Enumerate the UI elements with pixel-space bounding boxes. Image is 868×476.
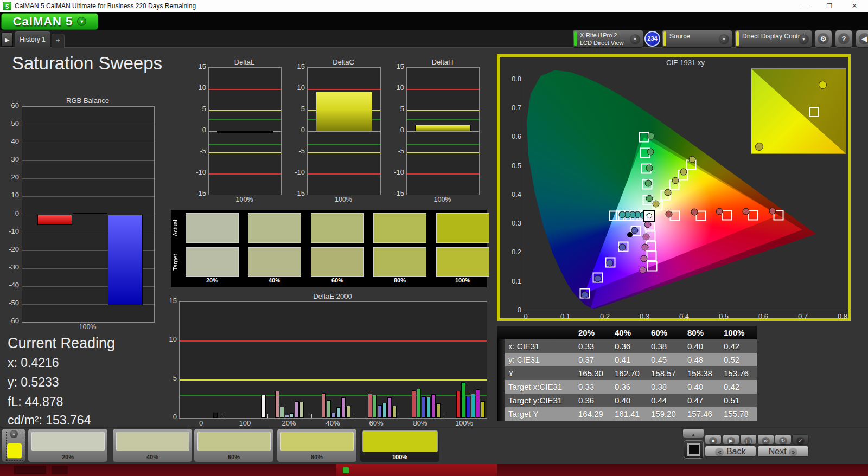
patch-swatch	[248, 247, 301, 277]
meter-status-strip	[574, 31, 577, 46]
deltae-bar	[481, 401, 485, 418]
back-button[interactable]: « Back	[705, 446, 756, 457]
meter-dropdown[interactable]: X-Rite i1Pro 2 LCD Direct View ▼	[572, 30, 643, 48]
axis-label: 60	[0, 101, 19, 110]
cie-target-square	[609, 210, 620, 221]
threshold-line	[407, 110, 479, 111]
patch-col-label: 60%	[311, 277, 364, 284]
gear-icon: ⚙	[818, 33, 829, 44]
range-read-button[interactable]: [··]	[740, 434, 757, 445]
table-cell: 0.42	[720, 380, 757, 394]
help-icon: ?	[838, 33, 850, 44]
deltae-bar	[261, 395, 266, 418]
current-reading-y: y: 0.5233	[8, 375, 59, 390]
axis-label: 10	[289, 83, 305, 92]
settings-button[interactable]: ⚙	[814, 30, 832, 48]
axis-label: 0.7	[502, 104, 521, 112]
threshold-line	[180, 340, 487, 342]
cie-target-square	[647, 261, 658, 271]
axis-label: 5	[388, 105, 404, 113]
table-cell: 158.57	[648, 366, 684, 380]
cie-measured-circle	[618, 244, 626, 251]
cie-measured-circle	[648, 133, 655, 140]
cluster-label: 60%	[354, 419, 398, 427]
axis-label: 0	[502, 306, 521, 314]
cie-black-dot	[627, 232, 633, 237]
background-window-strip	[0, 464, 868, 476]
accept-button[interactable]: ✓	[792, 434, 809, 445]
axis-label: 0.8	[832, 312, 853, 320]
inset-measured-circle	[819, 81, 827, 89]
tab-nav-arrow-button[interactable]: ▶	[1, 32, 13, 47]
threshold-line	[407, 119, 479, 120]
axis-label: 0	[289, 126, 305, 134]
zero-line	[407, 131, 479, 132]
chevron-down-icon: ▼	[719, 34, 729, 44]
axis-label: 15	[388, 62, 404, 70]
cie-target-square	[722, 210, 732, 221]
patch-select-button-80%[interactable]: 80%	[277, 428, 357, 462]
measurement-table: 20%40%60%80%100%x: CIE310.330.360.380.40…	[497, 326, 757, 421]
current-patch-indicator[interactable]: ▲	[2, 428, 25, 462]
deltac-bar	[316, 92, 373, 131]
axis-label: 0.5	[713, 312, 735, 320]
axis-label: 10	[161, 335, 177, 343]
patch-col-label: 80%	[373, 277, 426, 284]
stop-button[interactable]: ■	[705, 434, 722, 445]
current-patch-color	[7, 443, 22, 459]
table-cell: 157.46	[684, 407, 720, 421]
calman-logo-button[interactable]: CalMAN 5 ▼	[1, 13, 98, 30]
deltae-title: DeltaE 2000	[179, 292, 486, 300]
axis-label: 10	[190, 83, 206, 92]
collapse-toolbar-button[interactable]: ◀	[856, 30, 868, 48]
deltae-bar	[426, 397, 431, 418]
cie-measured-circle	[595, 275, 602, 282]
source-status-strip	[663, 31, 666, 46]
minimize-button[interactable]: —	[792, 0, 817, 12]
axis-label: 50	[0, 119, 19, 127]
axis-label: 0.6	[752, 312, 774, 320]
table-header-cell: 100%	[720, 326, 757, 339]
cluster-label: 100%	[442, 419, 486, 427]
table-header-cell: 40%	[611, 326, 648, 339]
restore-button[interactable]: ❐	[817, 0, 842, 12]
table-cell: 0.42	[720, 339, 757, 353]
axis-label: -40	[0, 281, 19, 289]
current-reading-fl: fL: 44.878	[8, 395, 63, 409]
cie-measured-circle	[680, 169, 687, 176]
arrow-up-icon: ▲	[690, 431, 698, 439]
patch-select-button-100%[interactable]: 100%	[360, 428, 440, 462]
continuous-read-button[interactable]: ∞	[757, 434, 774, 445]
play-button[interactable]: ▶	[723, 434, 739, 445]
background-app-icon	[52, 466, 68, 474]
table-cell: 0.45	[648, 353, 684, 366]
refresh-button[interactable]: ↻	[775, 434, 792, 445]
display-control-dropdown[interactable]: Direct Display Control ▼	[735, 30, 812, 48]
table-cell: Target y:CIE31	[505, 394, 575, 407]
next-button[interactable]: Next »	[757, 446, 809, 457]
patch-swatch	[373, 247, 426, 277]
cie-measured-circle	[652, 200, 659, 207]
pattern-window-button[interactable]	[684, 440, 704, 459]
help-button[interactable]: ?	[835, 30, 853, 48]
patch-swatch	[311, 247, 364, 277]
patch-select-button-40%[interactable]: 40%	[112, 428, 193, 462]
grid-line	[22, 196, 154, 197]
table-cell: 0.33	[575, 339, 611, 353]
meter-count-badge[interactable]: 234	[644, 31, 660, 47]
deltae-bar	[368, 394, 372, 418]
patch-row-label: Target	[172, 247, 181, 277]
source-dropdown[interactable]: Source ▼	[662, 30, 732, 48]
cie-measured-circle	[743, 208, 750, 215]
add-tab-button[interactable]: +	[52, 34, 65, 48]
table-row-strip	[497, 380, 505, 394]
patch-select-button-20%[interactable]: 20%	[28, 428, 108, 462]
patch-button-label: 20%	[28, 454, 107, 460]
chevron-left-icon: ◀	[859, 33, 868, 44]
inset-target-square	[809, 107, 819, 117]
patch-select-button-60%[interactable]: 60%	[194, 428, 274, 462]
tab-history-1[interactable]: History 1	[15, 31, 50, 48]
close-button[interactable]: ×	[842, 0, 867, 12]
popup-panel-button[interactable]: ▲	[682, 428, 704, 438]
rgb-balance-xlabel: 100%	[22, 323, 154, 331]
